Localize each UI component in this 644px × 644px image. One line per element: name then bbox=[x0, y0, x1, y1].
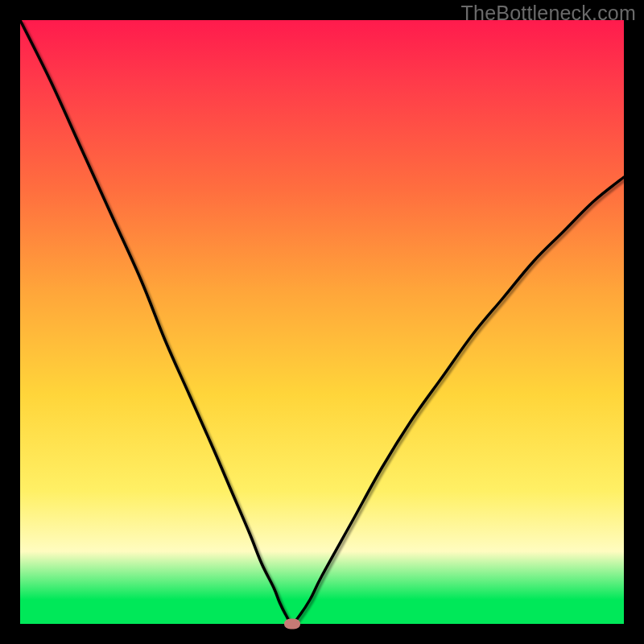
watermark-text: TheBottleneck.com bbox=[461, 2, 636, 25]
chart-container: TheBottleneck.com bbox=[0, 0, 644, 644]
optimum-marker bbox=[284, 619, 300, 630]
bottleneck-curve bbox=[20, 20, 624, 624]
plot-area bbox=[20, 20, 624, 624]
curve-svg bbox=[20, 20, 624, 624]
curve-shadow bbox=[23, 23, 626, 626]
